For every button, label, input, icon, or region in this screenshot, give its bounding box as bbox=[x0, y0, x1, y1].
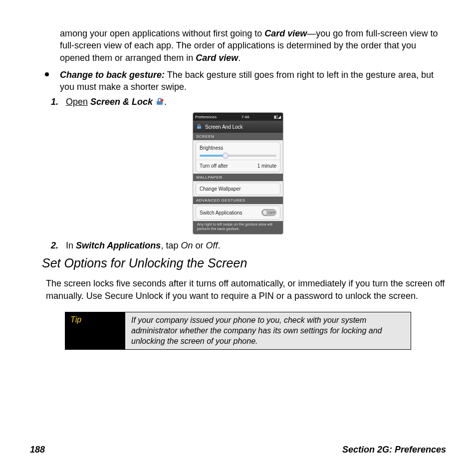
step-2-t1: In bbox=[66, 240, 76, 250]
brightness-slider[interactable] bbox=[200, 155, 276, 157]
toggle-knob bbox=[262, 210, 267, 216]
status-time: 7:48 bbox=[241, 115, 249, 119]
step-1-number: 1. bbox=[51, 97, 66, 107]
status-app: Preferences bbox=[195, 115, 217, 119]
switch-apps-label: Switch Applications bbox=[200, 210, 242, 216]
section-label: Section 2G: Preferences bbox=[342, 445, 446, 455]
tip-body: If your company issued your phone to you… bbox=[125, 312, 411, 349]
app-header-title: Screen And Lock bbox=[205, 124, 243, 130]
step-2-number: 2. bbox=[51, 240, 66, 251]
section-heading-unlocking: Set Options for Unlocking the Screen bbox=[42, 256, 446, 270]
step-2-t3: or bbox=[193, 240, 206, 250]
divider bbox=[196, 160, 280, 160]
bullet-icon bbox=[45, 72, 49, 76]
step-2-t4: . bbox=[218, 240, 220, 250]
lock-app-icon bbox=[155, 97, 164, 107]
switch-apps-toggle[interactable]: OFF bbox=[261, 209, 276, 216]
screen-card: Brightness Turn off after 1 minute bbox=[196, 142, 280, 172]
page-number: 188 bbox=[30, 445, 45, 455]
svg-rect-2 bbox=[197, 126, 201, 129]
screen-and-lock-app: Screen & Lock bbox=[88, 97, 155, 107]
on-term: On bbox=[181, 240, 193, 250]
bullet-change-back-gesture: Change to back gesture: The back gesture… bbox=[45, 69, 446, 93]
status-bar: Preferences 7:48 ▮▯◢ bbox=[193, 113, 283, 121]
turn-off-value: 1 minute bbox=[257, 163, 276, 169]
intro-paragraph: among your open applications without fir… bbox=[60, 27, 446, 64]
switch-applications-term: Switch Applications bbox=[76, 240, 161, 250]
change-wallpaper-label: Change Wallpaper bbox=[200, 186, 240, 192]
intro-text-3: . bbox=[238, 53, 240, 63]
bullet-label: Change to back gesture: bbox=[60, 70, 165, 80]
tip-box: Tip If your company issued your phone to… bbox=[65, 312, 411, 350]
step-1: 1. Open Screen & Lock . bbox=[51, 97, 446, 107]
tip-label: Tip bbox=[65, 312, 125, 349]
page-footer: 188 Section 2G: Preferences bbox=[30, 445, 446, 455]
step-2-t2: , tap bbox=[161, 240, 181, 250]
gesture-hint: Any right to left swipe on the gesture a… bbox=[193, 221, 283, 234]
screen-section-header: SCREEN bbox=[193, 133, 283, 140]
card-view-term-2: Card view bbox=[196, 53, 238, 63]
card-view-term: Card view bbox=[264, 28, 307, 38]
toggle-state: OFF bbox=[268, 211, 275, 215]
turn-off-row[interactable]: Turn off after 1 minute bbox=[200, 163, 276, 169]
unlock-description: The screen locks five seconds after it t… bbox=[46, 277, 446, 302]
signal-icon: ▮▯◢ bbox=[274, 115, 281, 119]
phone-screenshot-figure: Preferences 7:48 ▮▯◢ Screen And Lock SCR… bbox=[30, 112, 446, 235]
slider-thumb[interactable] bbox=[223, 153, 229, 159]
phone-mockup: Preferences 7:48 ▮▯◢ Screen And Lock SCR… bbox=[193, 112, 283, 235]
lock-icon bbox=[196, 124, 202, 130]
intro-text-1: among your open applications without fir… bbox=[60, 28, 264, 38]
off-term: Off bbox=[206, 240, 218, 250]
step-2: 2. In Switch Applications, tap On or Off… bbox=[51, 240, 446, 251]
gestures-section-header: ADVANCED GESTURES bbox=[193, 197, 283, 204]
step-1-period: . bbox=[164, 97, 167, 107]
brightness-label: Brightness bbox=[200, 145, 276, 151]
gestures-card: Switch Applications OFF bbox=[196, 206, 280, 220]
wallpaper-section-header: WALLPAPER bbox=[193, 174, 283, 181]
open-link: Open bbox=[66, 97, 88, 107]
svg-point-1 bbox=[161, 99, 164, 102]
app-header: Screen And Lock bbox=[193, 121, 283, 133]
turn-off-label: Turn off after bbox=[200, 163, 228, 169]
wallpaper-card[interactable]: Change Wallpaper bbox=[196, 183, 280, 195]
